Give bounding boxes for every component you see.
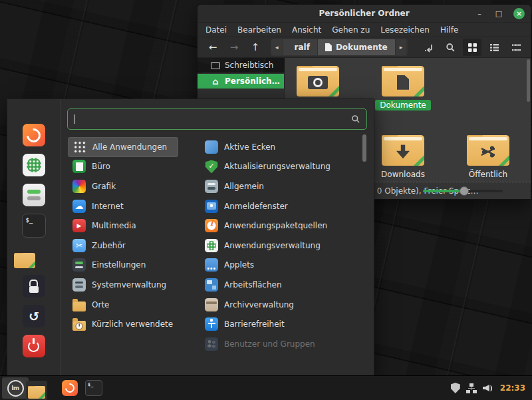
menubar-item[interactable]: Gehen zu <box>327 25 375 35</box>
search-icon[interactable] <box>441 39 460 56</box>
window-list-button[interactable] <box>83 378 104 398</box>
mint-menu: Alle Anwendungen Büro Grafik <box>7 99 374 376</box>
application-item[interactable]: Allgemein <box>200 176 357 196</box>
archive-manager-icon <box>205 298 218 311</box>
firefox-icon[interactable] <box>23 124 45 146</box>
category-item[interactable]: Alle Anwendungen <box>68 137 178 157</box>
firefox-icon <box>62 380 78 396</box>
zoom-slider-knob[interactable] <box>460 186 469 196</box>
network-icon[interactable] <box>466 383 477 393</box>
application-item[interactable]: Benutzer und Gruppen <box>200 334 357 354</box>
multimedia-icon <box>72 219 86 232</box>
window-list-button[interactable] <box>26 381 47 400</box>
application-item[interactable]: Arbeitsflächen <box>200 275 357 295</box>
menubar: DateiBearbeitenAnsichtGehen zuLesezeiche… <box>198 23 531 37</box>
search-input[interactable] <box>67 108 367 130</box>
list-view-icon[interactable] <box>485 39 503 56</box>
compact-view-icon[interactable] <box>507 39 525 56</box>
software-manager-icon <box>205 239 218 252</box>
volume-icon[interactable] <box>483 383 494 393</box>
graphics-icon <box>72 180 86 193</box>
breadcrumb-scroll-right-icon[interactable]: ▸ <box>396 39 408 55</box>
application-item[interactable]: Aktualisierungsverwaltung <box>200 157 357 177</box>
menubar-item[interactable]: Bearbeiten <box>232 25 287 35</box>
category-item[interactable]: Grafik <box>68 176 178 196</box>
application-item[interactable]: Anwendungsverwaltung <box>200 236 357 256</box>
category-item[interactable]: Einstellungen <box>68 256 178 276</box>
shield-icon[interactable] <box>451 383 460 393</box>
close-icon[interactable]: × <box>513 8 525 19</box>
icon-view-icon[interactable] <box>463 39 481 56</box>
users-groups-icon <box>205 337 218 351</box>
settings-icon[interactable] <box>23 184 45 206</box>
minimize-icon[interactable]: – <box>475 9 484 18</box>
terminal-icon[interactable] <box>22 214 46 238</box>
clock[interactable]: 22:33 <box>500 383 525 393</box>
category-item[interactable]: Kürzlich verwendete Dateien <box>68 314 178 334</box>
forward-icon[interactable]: → <box>224 39 244 55</box>
search-icon <box>351 114 360 124</box>
update-manager-icon <box>205 160 218 173</box>
application-item[interactable]: Barrierefreiheit <box>200 314 357 334</box>
general-settings-icon <box>205 180 218 193</box>
internet-icon <box>72 200 86 213</box>
application-item[interactable]: Archivverwaltung <box>200 295 357 315</box>
folder-icon <box>382 135 424 166</box>
titlebar[interactable]: Persönlicher Ordner – □ × <box>198 5 531 23</box>
edit-location-icon[interactable] <box>419 39 438 56</box>
workspaces-icon <box>205 278 218 292</box>
application-list: Aktive Ecken Aktualisierungsverwaltung A… <box>200 137 357 354</box>
folder-icon <box>382 66 424 97</box>
application-item[interactable]: Anwendungspaketquellen <box>200 216 357 236</box>
category-item[interactable]: Systemverwaltung <box>68 275 178 295</box>
application-item[interactable]: Applets <box>200 256 357 276</box>
file-label: Dokumente <box>375 100 431 110</box>
logout-icon[interactable] <box>23 305 45 327</box>
menubar-item[interactable]: Datei <box>200 25 232 35</box>
back-icon[interactable]: ← <box>203 39 223 55</box>
software-sources-icon <box>205 219 218 232</box>
desktop-icon <box>211 62 220 69</box>
category-item[interactable]: Multimedia <box>68 216 178 236</box>
menubar-item[interactable]: Lesezeichen <box>375 25 435 35</box>
document-icon <box>325 43 332 51</box>
shutdown-icon[interactable] <box>23 335 45 357</box>
accessories-icon <box>72 239 86 252</box>
category-item[interactable]: Büro <box>68 157 178 177</box>
breadcrumb: ◂ ralf Dokumente ▸ <box>271 39 408 56</box>
maximize-icon[interactable]: □ <box>494 9 503 18</box>
menu-favorites-column <box>7 99 61 375</box>
mint-logo-icon <box>7 380 24 397</box>
application-item[interactable]: Aktive Ecken <box>200 137 357 157</box>
application-item[interactable]: Anmeldefenster <box>200 196 357 216</box>
toolbar: ← → ↑ ◂ ralf Dokumente ▸ <box>198 37 531 58</box>
menubar-item[interactable]: Ansicht <box>287 25 327 35</box>
login-window-icon <box>205 200 218 213</box>
breadcrumb-current-button[interactable]: Dokumente <box>318 39 396 55</box>
category-item[interactable]: Internet <box>68 196 178 216</box>
breadcrumb-home-button[interactable]: ralf <box>283 39 318 55</box>
software-manager-icon[interactable] <box>23 154 45 176</box>
window-list-button[interactable] <box>59 378 80 398</box>
folder-icon <box>297 66 339 97</box>
places-icon <box>72 301 86 311</box>
zoom-slider[interactable] <box>423 186 503 196</box>
hot-corners-icon <box>205 140 218 154</box>
menu-button[interactable] <box>2 377 29 399</box>
menubar-item[interactable]: Hilfe <box>435 25 464 35</box>
up-icon[interactable]: ↑ <box>245 39 265 55</box>
all-apps-icon <box>73 140 86 154</box>
breadcrumb-scroll-left-icon[interactable]: ◂ <box>271 39 283 55</box>
file-label: Downloads <box>376 169 430 180</box>
category-item[interactable]: Zubehör <box>68 236 178 256</box>
sidebar-place-item[interactable]: Persönlich… <box>198 74 284 89</box>
category-list: Alle Anwendungen Büro Grafik <box>68 137 178 354</box>
scrollbar[interactable] <box>527 59 530 102</box>
menu-scrollbar[interactable] <box>362 134 366 162</box>
office-icon <box>72 160 86 173</box>
recent-icon <box>72 321 86 331</box>
category-item[interactable]: Orte <box>68 295 178 315</box>
files-icon[interactable] <box>14 253 35 268</box>
lock-screen-icon[interactable] <box>23 275 45 298</box>
administration-icon <box>72 278 86 292</box>
